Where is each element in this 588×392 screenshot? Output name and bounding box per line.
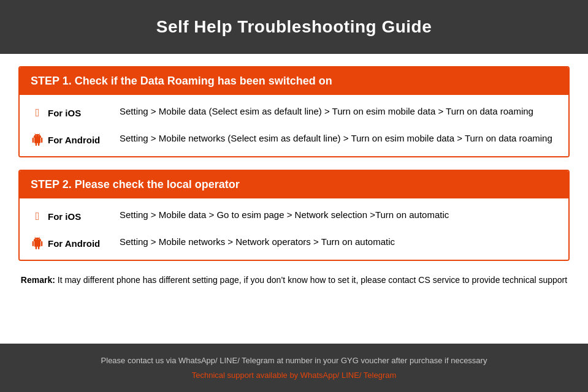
step1-ios-row:  For iOS Setting > Mobile data (Select … [31,105,557,119]
android-icon [31,133,44,146]
step2-android-text: Setting > Mobile networks > Network oper… [120,235,557,249]
step2-body:  For iOS Setting > Mobile data > Go to … [20,198,568,260]
step2-heading: STEP 2. Please check the local operator [20,171,568,198]
step2-android-row: For Android Setting > Mobile networks > … [31,229,557,250]
step1-heading: STEP 1. Check if the Data Roaming has be… [20,67,568,95]
android-icon-2 [31,236,44,250]
remark-section: Remark: It may different phone has diffe… [18,273,570,287]
footer-main-text: Please contact us via WhatsApp/ LINE/ Te… [12,353,576,368]
step2-ios-row:  For iOS Setting > Mobile data > Go to … [31,208,557,223]
apple-icon-2:  [31,209,44,223]
step1-android-text: Setting > Mobile networks (Select esim a… [120,132,557,146]
step1-card: STEP 1. Check if the Data Roaming has be… [18,66,570,157]
remark-prefix: Remark: [21,275,55,285]
main-content: STEP 1. Check if the Data Roaming has be… [0,54,588,344]
step2-ios-label:  For iOS [31,208,120,223]
step1-ios-text: Setting > Mobile data (Select esim as de… [120,105,557,119]
step2-android-label: For Android [31,235,120,250]
step1-ios-label:  For iOS [31,105,120,119]
apple-icon:  [31,106,44,119]
step1-body:  For iOS Setting > Mobile data (Select … [20,95,568,156]
remark-text: It may different phone has different set… [55,275,567,285]
footer-technical-support: Technical support available by WhatsApp/… [12,368,576,382]
page-footer: Please contact us via WhatsApp/ LINE/ Te… [0,344,588,392]
page-title: Self Help Troubleshooting Guide [12,17,576,37]
step2-ios-text: Setting > Mobile data > Go to esim page … [120,208,557,222]
step2-card: STEP 2. Please check the local operator … [18,170,570,261]
step1-android-label: For Android [31,132,120,146]
page-header: Self Help Troubleshooting Guide [0,0,588,54]
step1-android-row: For Android Setting > Mobile networks (S… [31,126,557,146]
